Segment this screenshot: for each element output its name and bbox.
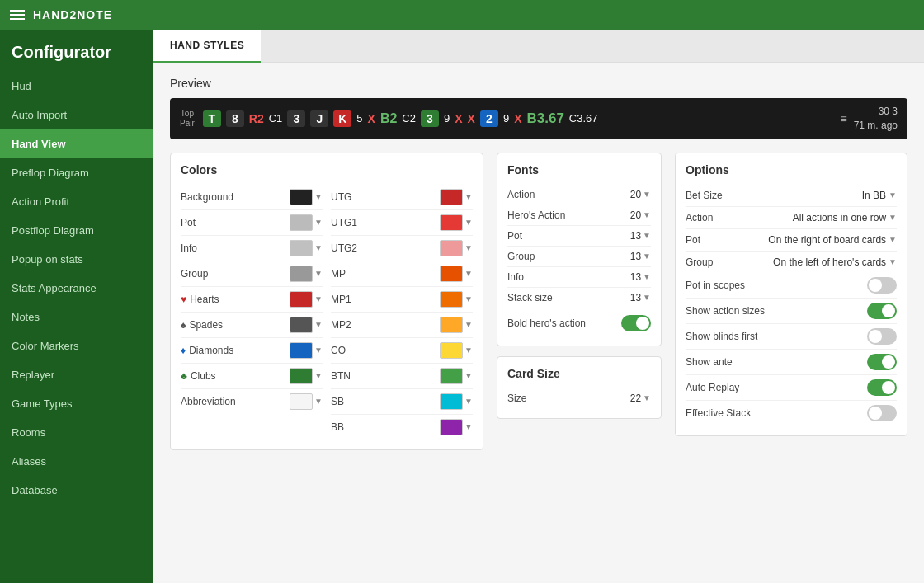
color-dropdown-arrow[interactable]: ▼ bbox=[314, 269, 323, 278]
option-select-arrow[interactable]: ▼ bbox=[889, 257, 897, 266]
font-arrow[interactable]: ▼ bbox=[643, 272, 651, 281]
sidebar-item-action-profit[interactable]: Action Profit bbox=[0, 187, 153, 216]
option-select-arrow[interactable]: ▼ bbox=[889, 213, 897, 222]
color-control[interactable]: ▼ bbox=[440, 368, 473, 384]
color-swatch[interactable] bbox=[290, 189, 313, 205]
font-arrow[interactable]: ▼ bbox=[643, 190, 651, 199]
color-control[interactable]: ▼ bbox=[440, 240, 473, 256]
sidebar-item-color-markers[interactable]: Color Markers bbox=[0, 331, 153, 360]
color-dropdown-arrow[interactable]: ▼ bbox=[464, 422, 473, 431]
font-control[interactable]: 13 ▼ bbox=[630, 230, 651, 242]
color-dropdown-arrow[interactable]: ▼ bbox=[314, 371, 323, 380]
color-control[interactable]: ▼ bbox=[440, 317, 473, 333]
color-swatch[interactable] bbox=[290, 214, 313, 231]
font-control[interactable]: 13 ▼ bbox=[630, 271, 651, 283]
color-dropdown-arrow[interactable]: ▼ bbox=[464, 294, 473, 303]
sidebar-item-hand-view[interactable]: Hand View bbox=[0, 129, 153, 158]
color-swatch[interactable] bbox=[440, 240, 463, 256]
font-arrow[interactable]: ▼ bbox=[643, 293, 651, 302]
color-swatch[interactable] bbox=[290, 291, 313, 308]
color-control[interactable]: ▼ bbox=[290, 189, 323, 205]
color-swatch[interactable] bbox=[440, 342, 463, 359]
sidebar-item-game-types[interactable]: Game Types bbox=[0, 389, 153, 418]
color-dropdown-arrow[interactable]: ▼ bbox=[464, 243, 473, 252]
color-control[interactable]: ▼ bbox=[440, 189, 473, 205]
sidebar-item-database[interactable]: Database bbox=[0, 476, 153, 505]
sidebar-item-auto-import[interactable]: Auto Import bbox=[0, 101, 153, 129]
color-swatch[interactable] bbox=[290, 317, 313, 333]
color-dropdown-arrow[interactable]: ▼ bbox=[314, 218, 323, 227]
color-control[interactable]: ▼ bbox=[290, 240, 323, 256]
color-control[interactable]: ▼ bbox=[290, 317, 323, 333]
font-control[interactable]: 20 ▼ bbox=[630, 189, 651, 200]
toggle-control[interactable] bbox=[867, 354, 897, 370]
toggle-control[interactable] bbox=[867, 277, 897, 294]
color-control[interactable]: ▼ bbox=[290, 393, 323, 410]
color-dropdown-arrow[interactable]: ▼ bbox=[314, 320, 323, 329]
color-swatch[interactable] bbox=[440, 368, 463, 384]
option-select-arrow[interactable]: ▼ bbox=[889, 190, 897, 200]
toggle-control[interactable] bbox=[867, 379, 897, 396]
color-swatch[interactable] bbox=[290, 240, 313, 256]
color-swatch[interactable] bbox=[440, 291, 463, 308]
color-dropdown-arrow[interactable]: ▼ bbox=[464, 320, 473, 329]
card-size-arrow[interactable]: ▼ bbox=[643, 393, 651, 402]
sidebar-item-preflop-diagram[interactable]: Preflop Diagram bbox=[0, 158, 153, 187]
menu-icon[interactable] bbox=[10, 10, 25, 20]
option-select-control[interactable]: In BB ▼ bbox=[862, 190, 897, 201]
color-swatch[interactable] bbox=[290, 342, 313, 359]
color-control[interactable]: ▼ bbox=[290, 266, 323, 282]
color-dropdown-arrow[interactable]: ▼ bbox=[464, 269, 473, 278]
color-dropdown-arrow[interactable]: ▼ bbox=[464, 346, 473, 355]
color-dropdown-arrow[interactable]: ▼ bbox=[314, 294, 323, 303]
font-arrow[interactable]: ▼ bbox=[643, 252, 651, 261]
font-control[interactable]: 13 ▼ bbox=[630, 251, 651, 262]
sidebar-item-rooms[interactable]: Rooms bbox=[0, 418, 153, 447]
option-select-control[interactable]: All actions in one row ▼ bbox=[793, 212, 897, 223]
toggle-control[interactable] bbox=[867, 405, 897, 421]
font-arrow[interactable]: ▼ bbox=[643, 210, 651, 219]
color-swatch[interactable] bbox=[440, 419, 463, 435]
option-select-arrow[interactable]: ▼ bbox=[889, 235, 897, 244]
color-control[interactable]: ▼ bbox=[440, 342, 473, 359]
bold-toggle[interactable] bbox=[621, 315, 651, 331]
color-control[interactable]: ▼ bbox=[440, 393, 473, 410]
font-arrow[interactable]: ▼ bbox=[643, 231, 651, 240]
toggle-control[interactable] bbox=[867, 303, 897, 319]
color-control[interactable]: ▼ bbox=[440, 291, 473, 308]
color-swatch[interactable] bbox=[440, 189, 463, 205]
sidebar-item-hud[interactable]: Hud bbox=[0, 72, 153, 101]
color-swatch[interactable] bbox=[290, 368, 313, 384]
color-control[interactable]: ▼ bbox=[440, 266, 473, 282]
color-swatch[interactable] bbox=[440, 214, 463, 231]
option-select-control[interactable]: On the right of board cards ▼ bbox=[768, 234, 897, 246]
color-dropdown-arrow[interactable]: ▼ bbox=[464, 397, 473, 406]
color-control[interactable]: ▼ bbox=[440, 214, 473, 231]
color-dropdown-arrow[interactable]: ▼ bbox=[314, 397, 323, 406]
color-control[interactable]: ▼ bbox=[290, 291, 323, 308]
color-swatch[interactable] bbox=[440, 266, 463, 282]
option-select-control[interactable]: On the left of hero's cards ▼ bbox=[773, 256, 897, 268]
color-swatch[interactable] bbox=[440, 317, 463, 333]
sidebar-item-stats-appearance[interactable]: Stats Appearance bbox=[0, 274, 153, 303]
color-swatch[interactable] bbox=[290, 266, 313, 282]
card-size-control[interactable]: 22 ▼ bbox=[630, 393, 651, 404]
color-swatch[interactable] bbox=[440, 393, 463, 410]
font-control[interactable]: 20 ▼ bbox=[630, 209, 651, 221]
sidebar-item-postflop-diagram[interactable]: Postflop Diagram bbox=[0, 216, 153, 245]
color-dropdown-arrow[interactable]: ▼ bbox=[464, 218, 473, 227]
color-control[interactable]: ▼ bbox=[440, 419, 473, 435]
color-control[interactable]: ▼ bbox=[290, 214, 323, 231]
sidebar-item-aliases[interactable]: Aliases bbox=[0, 447, 153, 476]
color-control[interactable]: ▼ bbox=[290, 368, 323, 384]
color-swatch[interactable] bbox=[290, 393, 313, 410]
toggle-control[interactable] bbox=[867, 328, 897, 345]
color-dropdown-arrow[interactable]: ▼ bbox=[314, 346, 323, 355]
color-dropdown-arrow[interactable]: ▼ bbox=[464, 192, 473, 201]
font-control[interactable]: 13 ▼ bbox=[630, 292, 651, 303]
sidebar-item-popup-on-stats[interactable]: Popup on stats bbox=[0, 245, 153, 274]
tab-hand-styles[interactable]: HAND STYLES bbox=[153, 30, 261, 63]
color-control[interactable]: ▼ bbox=[290, 342, 323, 359]
color-dropdown-arrow[interactable]: ▼ bbox=[314, 243, 323, 252]
color-dropdown-arrow[interactable]: ▼ bbox=[314, 192, 323, 201]
